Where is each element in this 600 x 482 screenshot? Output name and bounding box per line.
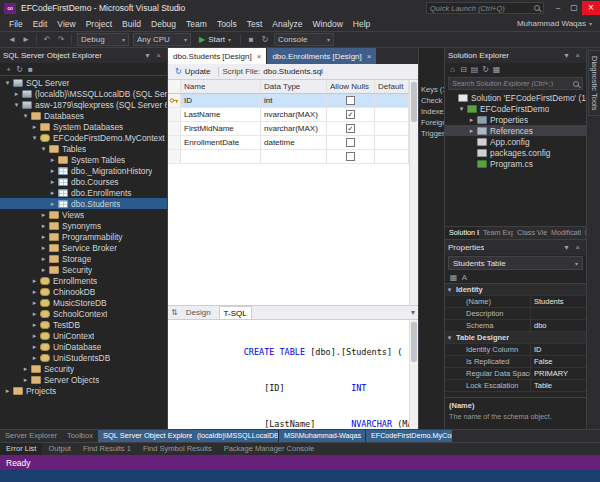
tree-item[interactable]: ▸ dbo.Enrollments: [0, 187, 167, 198]
expander-icon[interactable]: ▸: [39, 233, 48, 241]
data-type-cell[interactable]: int: [261, 94, 327, 107]
data-type-cell[interactable]: [261, 150, 327, 163]
tree-item[interactable]: ▸ UniContext: [0, 330, 167, 341]
show-all-files-icon[interactable]: ▤: [469, 65, 480, 74]
close-icon[interactable]: ×: [257, 52, 262, 61]
property-row[interactable]: Lock Escalation Table: [445, 380, 586, 392]
find-combo[interactable]: Console ▾: [274, 33, 334, 46]
tree-item[interactable]: ▸ dbo.Courses: [0, 176, 167, 187]
refresh-icon[interactable]: ↻: [258, 33, 272, 46]
panel-tab[interactable]: Error List: [0, 443, 42, 455]
close-icon[interactable]: ×: [153, 51, 164, 60]
tree-item[interactable]: ▸ Security: [0, 264, 167, 275]
tree-item[interactable]: ▾ Tables: [0, 143, 167, 154]
expander-icon[interactable]: ▸: [48, 189, 57, 197]
menu-item[interactable]: Edit: [28, 19, 53, 29]
update-button[interactable]: ↻ Update: [172, 67, 214, 76]
categorize-icon[interactable]: ▦: [448, 273, 459, 282]
minimize-button[interactable]: –: [550, 1, 566, 15]
design-tab[interactable]: Design: [182, 308, 215, 317]
column-name-cell[interactable]: LastName: [181, 108, 261, 121]
document-tab[interactable]: dbo.Enrollments [Design] ×: [267, 48, 376, 64]
expander-icon[interactable]: ▸: [30, 332, 39, 340]
tree-item[interactable]: Solution 'EFCodeFirstDemo' (1 project): [445, 92, 586, 103]
context-pane-item[interactable]: Keys (1): [419, 84, 444, 95]
quick-launch-box[interactable]: [426, 2, 544, 14]
window-menu-icon[interactable]: ▾: [142, 51, 153, 60]
property-row[interactable]: ▾ Identity: [445, 284, 586, 296]
tree-item[interactable]: ▾ EFCodeFirstDemo.MyContext: [0, 132, 167, 143]
tree-item[interactable]: ▸ System Tables: [0, 154, 167, 165]
property-value[interactable]: [483, 284, 586, 295]
designer-row[interactable]: [168, 150, 409, 164]
tree-item[interactable]: App.config: [445, 136, 586, 147]
column-name-cell[interactable]: ID: [181, 94, 261, 107]
expander-icon[interactable]: ▾: [30, 134, 39, 142]
expander-icon[interactable]: ▸: [48, 167, 57, 175]
context-pane-item[interactable]: Triggers (0): [419, 128, 444, 139]
stop-icon[interactable]: ■: [25, 65, 36, 74]
start-button[interactable]: ▶ Start ▾: [195, 33, 235, 46]
expander-icon[interactable]: ▸: [30, 277, 39, 285]
tree-item[interactable]: ▾ SQL Server: [0, 77, 167, 88]
property-value[interactable]: ID: [530, 344, 586, 355]
default-cell[interactable]: [375, 136, 409, 149]
expander-icon[interactable]: ▸: [39, 266, 48, 274]
expander-icon[interactable]: ▸: [30, 123, 39, 131]
default-cell[interactable]: [375, 94, 409, 107]
expander-icon[interactable]: ▸: [48, 200, 57, 208]
quick-launch-input[interactable]: [430, 4, 534, 13]
tree-item[interactable]: ▸ Programmability: [0, 231, 167, 242]
column-name-cell[interactable]: EnrollmentDate: [181, 136, 261, 149]
context-pane-item[interactable]: Indexes (0): [419, 106, 444, 117]
tsql-tab[interactable]: T-SQL: [219, 306, 252, 319]
expander-icon[interactable]: ▸: [30, 310, 39, 318]
home-icon[interactable]: ⌂: [447, 65, 458, 74]
solution-search-input[interactable]: [452, 80, 573, 87]
sql-code-editor[interactable]: CREATE TABLE [dbo].[Students] ( [ID] INT…: [168, 320, 409, 429]
connection-segment[interactable]: EFCodeFirstDemo.MyContext: [366, 430, 452, 442]
collapse-all-icon[interactable]: ⊟: [458, 65, 469, 74]
code-scrollbar[interactable]: [409, 320, 418, 429]
designer-scrollbar[interactable]: [409, 80, 418, 305]
expander-icon[interactable]: ▸: [39, 211, 48, 219]
menu-item[interactable]: Debug: [146, 19, 181, 29]
tree-item[interactable]: ▾ Databases: [0, 110, 167, 121]
tree-item[interactable]: ▸ Synonyms: [0, 220, 167, 231]
property-value[interactable]: Students: [530, 296, 586, 307]
context-pane-item[interactable]: Check Constraints (0): [419, 95, 444, 106]
menu-item[interactable]: Build: [117, 19, 146, 29]
menu-item[interactable]: Window: [308, 19, 348, 29]
dock-tab[interactable]: Team Explorer: [479, 227, 513, 239]
expander-icon[interactable]: ▸: [39, 222, 48, 230]
platform-select[interactable]: Any CPU ▾: [133, 33, 191, 46]
alphabetical-icon[interactable]: A: [459, 273, 470, 282]
properties-icon[interactable]: ▦: [491, 65, 502, 74]
tree-item[interactable]: ▸ System Databases: [0, 121, 167, 132]
pane-splitter-icon[interactable]: ⇅: [171, 308, 178, 317]
connection-segment[interactable]: (localdb)\MSSQLLocalDB: [192, 430, 278, 442]
property-value[interactable]: [530, 308, 586, 319]
expander-icon[interactable]: ▸: [48, 156, 57, 164]
designer-row[interactable]: LastName nvarchar(MAX): [168, 108, 409, 122]
expander-icon[interactable]: ▸: [30, 343, 39, 351]
property-value[interactable]: Table: [530, 380, 586, 391]
context-pane-item[interactable]: Foreign Keys (1): [419, 117, 444, 128]
dock-tab[interactable]: Server Explorer: [0, 430, 62, 442]
panel-tab[interactable]: Find Symbol Results: [137, 443, 218, 455]
expander-icon[interactable]: ▸: [30, 299, 39, 307]
data-type-cell[interactable]: nvarchar(MAX): [261, 122, 327, 135]
property-row[interactable]: Description: [445, 308, 586, 320]
tree-item[interactable]: ▸ SchoolContext: [0, 308, 167, 319]
expander-icon[interactable]: ▸: [30, 288, 39, 296]
menu-item[interactable]: Analyze: [267, 19, 307, 29]
property-row[interactable]: Schema dbo: [445, 320, 586, 332]
tree-item[interactable]: ▸ ChinookDB: [0, 286, 167, 297]
property-row[interactable]: Is Replicated False: [445, 356, 586, 368]
dock-tab[interactable]: Class View: [513, 227, 547, 239]
stop-icon[interactable]: ■: [244, 33, 258, 46]
window-menu-icon[interactable]: ▾: [561, 51, 572, 60]
data-type-cell[interactable]: datetime: [261, 136, 327, 149]
expander-icon[interactable]: ▾: [39, 145, 48, 153]
maximize-button[interactable]: ▢: [566, 1, 582, 15]
